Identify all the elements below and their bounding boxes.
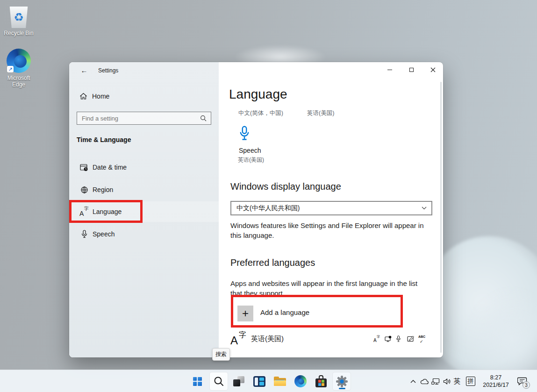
sidebar-item-date-time[interactable]: Date & time [69, 157, 219, 178]
window-title: Settings [98, 67, 118, 74]
tray-volume[interactable] [441, 370, 452, 392]
sidebar-item-speech[interactable]: Speech [69, 224, 219, 244]
file-explorer-icon [274, 377, 286, 386]
settings-window: ← Settings Home Time & Language Date & t… [69, 62, 443, 357]
task-view-button[interactable] [229, 372, 248, 391]
recycle-bin-icon: ♻ [9, 7, 29, 28]
desktop-icon-recycle-bin[interactable]: ♻ Recycle Bin [0, 7, 37, 36]
preferred-languages-heading: Preferred languages [230, 257, 315, 268]
microsoft-store-icon [315, 375, 327, 387]
speech-feature-icon [396, 335, 402, 342]
minimize-icon [387, 70, 392, 70]
microsoft-store-button[interactable] [312, 372, 330, 391]
ime-mode-indicator[interactable]: 拼 [465, 370, 476, 392]
display-language-dropdown[interactable]: 中文(中华人民共和国) [230, 201, 432, 215]
taskbar-clock[interactable]: 8:27 2021/6/17 [480, 370, 512, 392]
find-a-setting-searchbox[interactable] [77, 112, 211, 125]
app-language-feature-icon [385, 335, 391, 342]
settings-gear-icon [336, 375, 348, 388]
sidebar-item-label: Date & time [93, 164, 127, 171]
shortcut-arrow-icon: ↗ [7, 66, 14, 72]
speaker-icon [443, 378, 451, 385]
edge-button[interactable] [291, 372, 310, 391]
search-tooltip: 搜索 [212, 348, 230, 361]
language-list-item[interactable]: A字 英语(美国) A字 ABC✓ [230, 327, 432, 351]
annotation-box-language [69, 200, 143, 223]
close-button[interactable] [422, 62, 443, 77]
tray-network[interactable] [430, 370, 441, 392]
notification-center-button[interactable]: 3 [514, 370, 531, 392]
plus-icon: + [237, 306, 253, 321]
add-language-label: Add a language [260, 308, 309, 316]
ime-language-indicator[interactable]: 英 [451, 370, 463, 392]
network-icon [431, 378, 440, 385]
tray-onedrive[interactable] [419, 370, 430, 392]
language-tile-label-chinese: 中文(简体，中国) [238, 109, 283, 117]
widgets-icon [253, 376, 265, 387]
chevron-up-icon [410, 380, 416, 383]
basic-typing-feature-icon: ABC✓ [418, 335, 425, 342]
ime-pinyin-badge: 拼 [466, 377, 475, 386]
widgets-button[interactable] [250, 372, 269, 391]
close-icon [430, 67, 436, 72]
edge-icon [294, 375, 307, 387]
sidebar-item-region[interactable]: Region [69, 179, 219, 200]
sidebar-item-home[interactable]: Home [69, 89, 219, 104]
edge-label: Microsoft Edge [4, 75, 34, 88]
back-button[interactable]: ← [77, 65, 92, 75]
handwriting-feature-icon [407, 335, 414, 342]
content-scrollbar[interactable] [440, 82, 442, 353]
start-button[interactable] [188, 372, 207, 391]
clock-date: 2021/6/17 [480, 381, 512, 389]
display-language-description: Windows features like Settings and File … [230, 221, 424, 240]
home-label: Home [92, 93, 109, 100]
maximize-button[interactable] [401, 62, 422, 77]
minimize-button[interactable] [379, 62, 401, 77]
annotation-box-add-language: + Add a language [231, 295, 403, 328]
add-language-button[interactable]: + Add a language [235, 298, 399, 324]
chevron-down-icon [422, 207, 427, 210]
sidebar-section-header: Time & Language [77, 136, 131, 143]
speech-tile-label[interactable]: Speech [239, 147, 261, 154]
file-explorer-button[interactable] [271, 372, 289, 391]
active-app-indicator [339, 388, 345, 389]
globe-icon [79, 186, 89, 194]
language-tile-label-english: 英语(美国) [307, 109, 334, 117]
language-pack-icon: A字 [230, 330, 246, 347]
edge-icon: ↗ [7, 49, 31, 73]
language-name: 英语(美国) [251, 335, 373, 343]
taskbar-search-button[interactable] [209, 372, 228, 391]
display-language-heading: Windows display language [230, 181, 341, 192]
tray-chevron-up[interactable] [408, 370, 419, 392]
search-icon [200, 115, 207, 121]
desktop-icon-microsoft-edge[interactable]: ↗ Microsoft Edge [0, 49, 37, 88]
date-time-icon [79, 164, 89, 171]
microphone-icon [79, 230, 89, 238]
clock-time: 8:27 [480, 374, 512, 381]
speech-tile-value: 英语(美国) [238, 156, 264, 164]
taskbar: 英 拼 8:27 2021/6/17 3 [0, 370, 537, 392]
home-icon [79, 93, 88, 100]
page-title: Language [229, 87, 287, 102]
display-language-feature-icon: A字 [373, 335, 380, 342]
search-icon [214, 376, 224, 386]
maximize-icon [409, 68, 414, 72]
language-feature-icons: A字 ABC✓ [373, 335, 425, 342]
search-input[interactable] [77, 115, 200, 122]
cloud-icon [420, 378, 429, 385]
speech-tile-microphone-icon[interactable] [239, 126, 250, 141]
dropdown-selected-value: 中文(中华人民共和国) [236, 204, 422, 213]
recycle-bin-label: Recycle Bin [0, 30, 37, 36]
settings-taskbar-button[interactable] [332, 372, 351, 391]
sidebar-item-label: Region [93, 186, 113, 193]
notification-count-badge: 3 [523, 381, 530, 389]
windows-logo-icon [193, 377, 202, 386]
sidebar-item-label: Speech [93, 230, 115, 238]
